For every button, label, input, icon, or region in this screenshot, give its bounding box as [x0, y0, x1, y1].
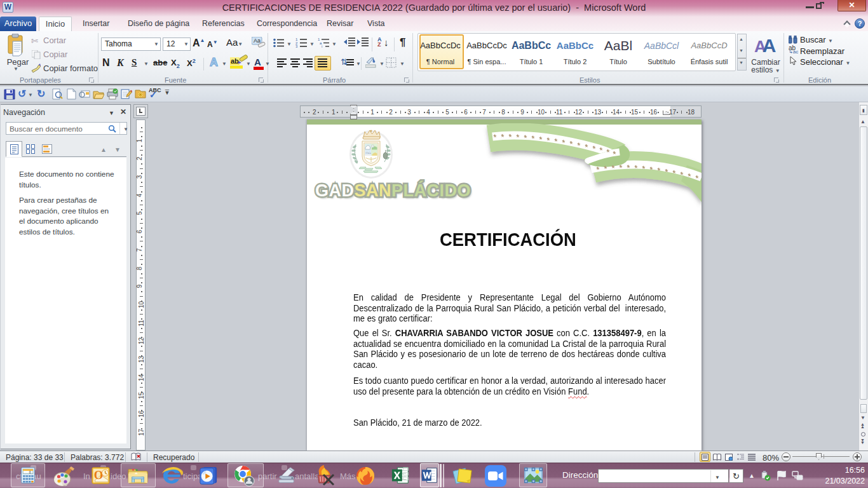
svg-text:Aa: Aa [254, 37, 261, 44]
svg-text:O: O [94, 468, 104, 482]
svg-text:0: 0 [29, 470, 31, 474]
svg-text:i: i [322, 44, 322, 48]
svg-text:3: 3 [295, 44, 298, 48]
